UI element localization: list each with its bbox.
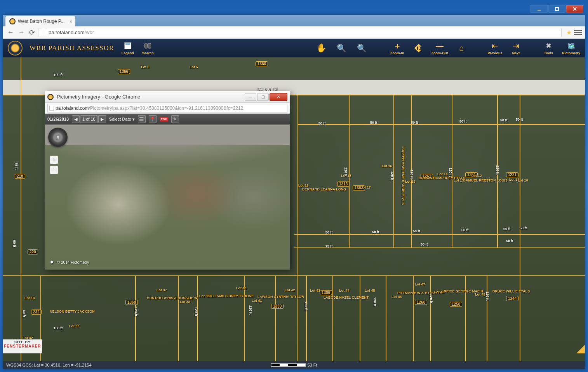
zoom-out-label: Zoom-Out bbox=[431, 51, 448, 55]
popup-title: Pictometry Imagery - Google Chrome bbox=[57, 94, 242, 100]
os-window-controls bbox=[3, 3, 585, 15]
annotate-button[interactable]: ✎ bbox=[171, 115, 179, 123]
pin-button[interactable]: 📍 bbox=[149, 115, 157, 123]
hand-icon: ✋ bbox=[317, 43, 326, 53]
select-date-dropdown[interactable]: Select Date ▾ bbox=[109, 117, 135, 122]
popup-urlbar-row: pa.totaland.com/PictometryIpa.aspx?lat=3… bbox=[45, 103, 290, 114]
zoom-out-icon-button[interactable]: 🔍 bbox=[355, 43, 369, 53]
image-page-indicator: 1 of 10 bbox=[80, 115, 98, 123]
pictometry-button[interactable]: 🗺️ Pictometry bbox=[562, 41, 580, 55]
legend-icon bbox=[124, 42, 131, 49]
imagery-zoom-out-button[interactable]: − bbox=[50, 166, 58, 174]
tools-icon: ✖ bbox=[544, 41, 553, 50]
nav-diamond-icon bbox=[413, 42, 422, 54]
zoom-in-icon-button[interactable]: 🔍 bbox=[335, 43, 348, 53]
tools-label: Tools bbox=[544, 51, 553, 55]
popup-close-button[interactable]: ✕ bbox=[270, 93, 287, 101]
home-icon: ⌂ bbox=[457, 43, 466, 53]
previous-arrow-icon: ⇤ bbox=[490, 41, 499, 50]
binoculars-icon bbox=[144, 43, 151, 48]
site-by-badge[interactable]: SITE BY FENSTERMAKER bbox=[3, 339, 42, 353]
site-by-label: SITE BY bbox=[4, 340, 41, 344]
zoom-out-button[interactable]: — Zoom-Out bbox=[431, 41, 448, 55]
popup-address-bar[interactable]: pa.totaland.com/PictometryIpa.aspx?lat=3… bbox=[47, 104, 287, 112]
home-button[interactable]: ⌂ bbox=[455, 43, 468, 53]
imagery-date: 01/26/2013 bbox=[47, 117, 69, 121]
url-path: /wbr bbox=[85, 29, 94, 35]
browser-tab[interactable]: West Baton Rouge P... × bbox=[5, 16, 75, 26]
chrome-tabstrip: West Baton Rouge P... × bbox=[3, 15, 585, 26]
next-button[interactable]: ⇥ Next bbox=[509, 41, 522, 55]
tab-close-icon[interactable]: × bbox=[70, 19, 73, 24]
forward-button[interactable]: → bbox=[17, 28, 26, 37]
pan-nav-button[interactable] bbox=[411, 43, 424, 53]
previous-label: Previous bbox=[487, 51, 502, 55]
address-bar[interactable]: pa.totaland.com/wbr bbox=[38, 28, 562, 37]
magnify-plus-icon: 🔍 bbox=[337, 43, 346, 53]
search-button[interactable]: Search bbox=[141, 41, 155, 55]
legend-label: Legend bbox=[122, 51, 134, 55]
app-header: WBR PARISH ASSESSOR Legend Search ✋ 🔍 🔍 … bbox=[3, 39, 585, 57]
legend-button[interactable]: Legend bbox=[121, 41, 134, 55]
popup-toolbar: 01/26/2013 ◀ 1 of 10 ▶ Select Date ▾ ☰ 📍… bbox=[45, 114, 290, 125]
pictometry-logo-icon: ✦ bbox=[49, 258, 55, 266]
tab-title: West Baton Rouge P... bbox=[18, 19, 64, 24]
layers-button[interactable]: ☰ bbox=[138, 115, 146, 123]
chevron-down-icon: ▾ bbox=[132, 117, 135, 122]
status-bar: WGS84 GCS: Lat = 30.4510, Lon = -91.2154… bbox=[3, 361, 585, 369]
pictometry-popup: Pictometry Imagery - Google Chrome — ▢ ✕… bbox=[45, 91, 290, 269]
page-icon bbox=[41, 30, 46, 35]
bookmark-star-icon[interactable]: ★ bbox=[566, 29, 572, 36]
svg-rect-1 bbox=[555, 7, 558, 10]
plus-icon: ＋ bbox=[393, 41, 402, 50]
oblique-imagery[interactable]: N + − ✦ © 2014 Pictometry bbox=[45, 125, 290, 270]
scale-label: 50 Ft bbox=[307, 363, 317, 367]
scale-bar: 50 Ft bbox=[271, 363, 317, 367]
image-prev-button[interactable]: ◀ bbox=[72, 115, 80, 123]
chrome-toolbar: ← → ⟳ pa.totaland.com/wbr ★ bbox=[3, 26, 585, 39]
page-icon bbox=[49, 106, 54, 111]
reload-button[interactable]: ⟳ bbox=[28, 29, 36, 36]
pictometry-label: Pictometry bbox=[562, 51, 580, 55]
magnify-minus-icon: 🔍 bbox=[357, 43, 367, 53]
next-arrow-icon: ⇥ bbox=[511, 41, 520, 50]
chrome-menu-button[interactable] bbox=[574, 29, 582, 36]
previous-button[interactable]: ⇤ Previous bbox=[487, 41, 502, 55]
pictometry-icon: 🗺️ bbox=[567, 41, 576, 50]
url-host: pa.totaland.com bbox=[49, 29, 85, 35]
os-minimize-button[interactable] bbox=[531, 5, 548, 13]
select-date-label: Select Date bbox=[109, 117, 131, 121]
parish-seal-logo bbox=[8, 41, 23, 55]
os-maximize-button[interactable] bbox=[548, 5, 565, 13]
minus-icon: — bbox=[435, 41, 444, 50]
image-next-button[interactable]: ▶ bbox=[98, 115, 106, 123]
zoom-in-button[interactable]: ＋ Zoom-In bbox=[390, 41, 404, 55]
imagery-zoom-in-button[interactable]: + bbox=[50, 156, 58, 164]
pdf-export-button[interactable]: PDF bbox=[160, 117, 168, 121]
app-title: WBR PARISH ASSESSOR bbox=[30, 44, 114, 52]
tools-button[interactable]: ✖ Tools bbox=[542, 41, 555, 55]
site-by-company: FENSTERMAKER bbox=[4, 344, 41, 348]
tab-favicon bbox=[9, 18, 16, 24]
popup-url-host: pa.totaland.com bbox=[56, 106, 89, 111]
coords-readout: WGS84 GCS: Lat = 30.4510, Lon = -91.2154 bbox=[6, 363, 92, 367]
popup-url-path: /PictometryIpa.aspx?lat=30.45080125000&l… bbox=[89, 106, 243, 111]
next-label: Next bbox=[512, 51, 520, 55]
popup-titlebar[interactable]: Pictometry Imagery - Google Chrome — ▢ ✕ bbox=[45, 91, 290, 103]
compass-widget[interactable]: N bbox=[48, 128, 68, 147]
pan-button[interactable]: ✋ bbox=[315, 43, 328, 53]
imagery-copyright: ✦ © 2014 Pictometry bbox=[49, 258, 89, 266]
popup-minimize-button[interactable]: — bbox=[245, 93, 256, 101]
popup-favicon bbox=[47, 94, 54, 100]
map-canvas[interactable]: AVENUE A 1366135013131303126112511221130… bbox=[3, 57, 585, 361]
os-close-button[interactable] bbox=[566, 5, 583, 13]
search-label: Search bbox=[142, 51, 154, 55]
zoom-in-label: Zoom-In bbox=[390, 51, 404, 55]
popup-maximize-button[interactable]: ▢ bbox=[257, 93, 269, 101]
back-button[interactable]: ← bbox=[6, 28, 15, 37]
